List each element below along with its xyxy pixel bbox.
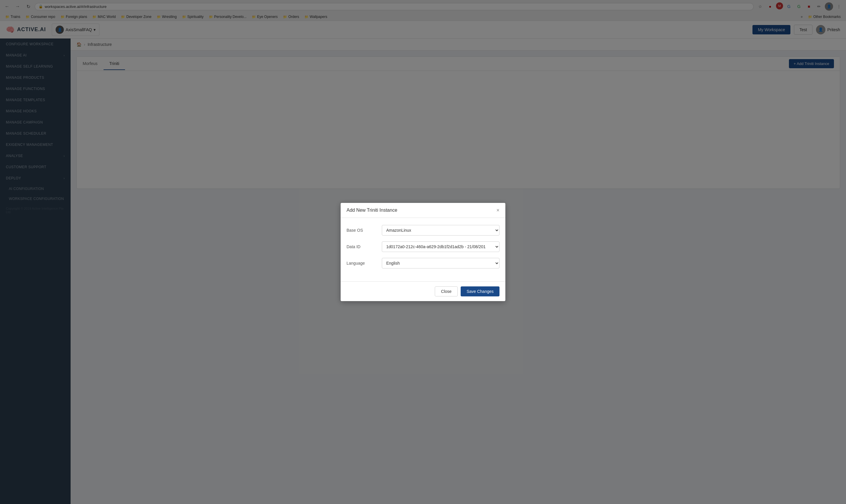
language-select[interactable]: English Hindi Tamil <box>382 258 499 268</box>
base-os-label: Base OS <box>347 228 382 233</box>
content-area: 🏠 › Infrastructure Morfeus Triniti <box>71 38 846 504</box>
modal-title: Add New Triniti Instance <box>347 208 398 213</box>
close-button[interactable]: Close <box>435 286 458 296</box>
modal-header: Add New Triniti Instance × <box>341 203 505 218</box>
form-group-base-os: Base OS AmazonLinux Ubuntu CentOS <box>347 225 499 236</box>
base-os-select[interactable]: AmazonLinux Ubuntu CentOS <box>382 225 499 236</box>
form-group-language: Language English Hindi Tamil <box>347 258 499 268</box>
form-group-data-id: Data ID 1d0172a0-212c-460a-a629-2db1f2d1… <box>347 241 499 252</box>
modal-overlay[interactable]: Add New Triniti Instance × Base OS Amazo… <box>71 38 846 504</box>
save-changes-button[interactable]: Save Changes <box>461 286 499 296</box>
data-id-label: Data ID <box>347 244 382 249</box>
modal-footer: Close Save Changes <box>341 282 505 301</box>
modal-add-triniti-instance: Add New Triniti Instance × Base OS Amazo… <box>341 203 505 301</box>
data-id-select[interactable]: 1d0172a0-212c-460a-a629-2db1f2d1ad2b - 2… <box>382 241 499 252</box>
modal-close-button[interactable]: × <box>496 208 499 213</box>
modal-body: Base OS AmazonLinux Ubuntu CentOS Data I… <box>341 218 505 282</box>
language-label: Language <box>347 261 382 266</box>
